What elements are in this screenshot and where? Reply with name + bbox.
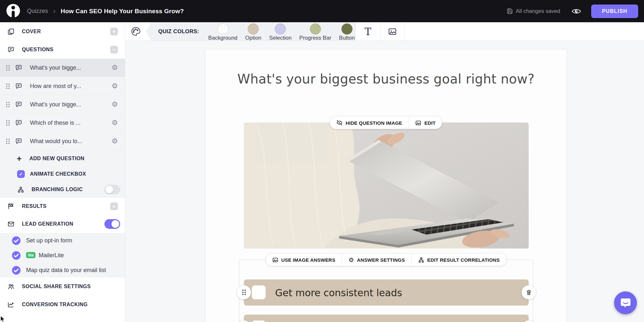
swatch-progress-bar[interactable]: Progress Bar [299, 24, 331, 41]
branching-logic-label: BRANCHING LOGIC [32, 187, 83, 192]
drag-handle-icon[interactable] [6, 102, 10, 108]
quiz-colors-panel: QUIZ COLORS: Background Option Selection [146, 22, 355, 41]
pages-icon [7, 28, 15, 35]
lead-item-mailerlite[interactable]: liteMailerLite [0, 248, 125, 263]
gear-icon[interactable]: ⚙ [111, 101, 118, 108]
editor-toolbar: QUIZ COLORS: Background Option Selection [125, 22, 644, 41]
check-circle-icon [12, 266, 21, 275]
question-bubble-icon [15, 83, 22, 90]
chat-launcher-button[interactable] [614, 291, 637, 314]
swatch-button-color[interactable] [341, 24, 352, 34]
animate-checkbox-input[interactable]: ✓ [17, 170, 25, 178]
question-title[interactable]: What's your biggest business goal right … [205, 71, 567, 87]
gear-icon[interactable]: ⚙ [111, 64, 118, 71]
add-new-question-button[interactable]: + ADD NEW QUESTION [0, 151, 125, 166]
lead-generation-label: LEAD GENERATION [22, 221, 73, 227]
lead-generation-toggle[interactable] [104, 219, 120, 229]
answer-drag-handle[interactable] [237, 285, 251, 299]
trash-icon [525, 289, 532, 296]
image-icon [272, 257, 278, 263]
hide-question-image-button[interactable]: HIDE QUESTION IMAGE [330, 117, 409, 129]
publish-button[interactable]: PUBLISH [591, 5, 638, 18]
gear-icon[interactable]: ⚙ [111, 83, 118, 90]
lead-item-optin[interactable]: Set up opt-in form [0, 233, 125, 248]
animate-checkbox-row[interactable]: ✓ ANIMATE CHECKBOX [0, 166, 125, 182]
image-icon [415, 120, 421, 126]
swatch-option[interactable]: Option [245, 24, 261, 41]
drag-handle-icon[interactable] [6, 83, 10, 89]
edit-result-correlations-button[interactable]: EDIT RESULT CORRELATIONS [411, 254, 506, 266]
question-image[interactable] [244, 122, 529, 249]
animate-checkbox-label: ANIMATE CHECKBOX [30, 171, 86, 177]
question-bubble-icon [15, 138, 22, 145]
lead-item-label: liteMailerLite [26, 252, 64, 259]
answer-option-2[interactable]: Raise my prices and work with higher pay… [244, 315, 529, 322]
results-expand-button[interactable]: + [110, 202, 118, 210]
question-item-5[interactable]: What would you lo... ⚙ [0, 132, 125, 151]
question-item-4[interactable]: Which of these is ... ⚙ [0, 114, 125, 132]
answer-text[interactable]: Get more consistent leads [275, 287, 402, 298]
social-share-label: SOCIAL SHARE SETTINGS [22, 284, 91, 289]
drag-handle-icon[interactable] [6, 138, 10, 144]
interact-logo-icon[interactable] [6, 3, 21, 22]
gear-icon[interactable]: ⚙ [111, 138, 118, 145]
questions-collapse-button[interactable]: − [110, 46, 118, 54]
top-bar: Quizzes › How Can SEO Help Your Business… [0, 0, 644, 22]
gear-icon: ⚙ [349, 257, 354, 263]
branching-logic-row[interactable]: BRANCHING LOGIC [0, 182, 125, 197]
delete-answer-button[interactable] [522, 285, 536, 299]
use-image-answers-button[interactable]: USE IMAGE ANSWERS [266, 254, 342, 266]
sidebar-item-conversion-tracking[interactable]: CONVERSION TRACKING [0, 296, 125, 314]
answer-settings-button[interactable]: ⚙ ANSWER SETTINGS [342, 254, 411, 266]
swatch-selection-color[interactable] [275, 24, 286, 34]
questions-label: QUESTIONS [22, 47, 53, 53]
sidebar: COVER + QUESTIONS − What's your bigge...… [0, 22, 125, 322]
swatch-progress-bar-color[interactable] [310, 24, 321, 34]
answer-option-1[interactable]: Get more consistent leads [244, 279, 529, 306]
question-item-3[interactable]: What's your bigge... ⚙ [0, 95, 125, 114]
color-swatches: Background Option Selection Progress Bar [208, 22, 355, 41]
quiz-colors-label: QUIZ COLORS: [158, 28, 199, 35]
swatch-background-color[interactable] [217, 24, 228, 34]
question-item-label: How are most of y... [30, 83, 81, 90]
sidebar-item-social-share[interactable]: SOCIAL SHARE SETTINGS [0, 278, 125, 296]
quiz-title[interactable]: How Can SEO Help Your Business Grow? [61, 8, 184, 15]
sidebar-item-results[interactable]: RESULTS + [0, 197, 125, 215]
breadcrumb-quizzes[interactable]: Quizzes [27, 8, 48, 15]
people-icon [7, 283, 15, 290]
question-item-2[interactable]: How are most of y... ⚙ [0, 77, 125, 95]
cover-expand-button[interactable]: + [110, 28, 118, 35]
swatch-selection[interactable]: Selection [269, 24, 292, 41]
breadcrumb-chevron-icon: › [53, 8, 55, 15]
branching-logic-toggle[interactable] [104, 185, 120, 194]
question-card: What's your biggest business goal right … [205, 49, 567, 322]
question-item-label: What's your bigge... [30, 101, 81, 108]
edit-image-button[interactable]: EDIT [409, 117, 442, 129]
drag-handle-icon[interactable] [6, 65, 10, 71]
question-item-label: What's your bigge... [30, 64, 81, 71]
sidebar-item-cover[interactable]: COVER + [0, 22, 125, 41]
preview-eye-icon[interactable] [572, 8, 581, 15]
question-item-1[interactable]: What's your bigge... ⚙ [0, 59, 125, 77]
answer-checkbox[interactable] [252, 320, 266, 322]
answer-checkbox[interactable] [252, 285, 266, 299]
image-action-pill: HIDE QUESTION IMAGE EDIT [330, 117, 442, 129]
sidebar-item-questions[interactable]: QUESTIONS − [0, 41, 125, 59]
swatch-background[interactable]: Background [208, 24, 237, 41]
gear-icon[interactable]: ⚙ [111, 119, 118, 126]
swatch-option-color[interactable] [248, 24, 259, 34]
eye-off-icon [336, 120, 343, 126]
sidebar-item-lead-generation[interactable]: LEAD GENERATION [0, 215, 125, 233]
palette-icon[interactable] [125, 22, 146, 41]
question-item-label: What would you lo... [30, 138, 82, 145]
swatch-button[interactable]: Button [339, 24, 355, 41]
check-circle-icon [12, 251, 21, 260]
lead-item-map-data[interactable]: Map quiz data to your email list [0, 263, 125, 278]
mouse-cursor [0, 316, 5, 322]
text-tool-button[interactable]: T [355, 22, 380, 41]
save-icon [507, 8, 513, 14]
quiz-builder-app: Quizzes › How Can SEO Help Your Business… [0, 0, 644, 322]
question-bubble-icon [7, 46, 15, 53]
drag-handle-icon[interactable] [6, 120, 10, 126]
image-tool-button[interactable] [380, 22, 405, 41]
